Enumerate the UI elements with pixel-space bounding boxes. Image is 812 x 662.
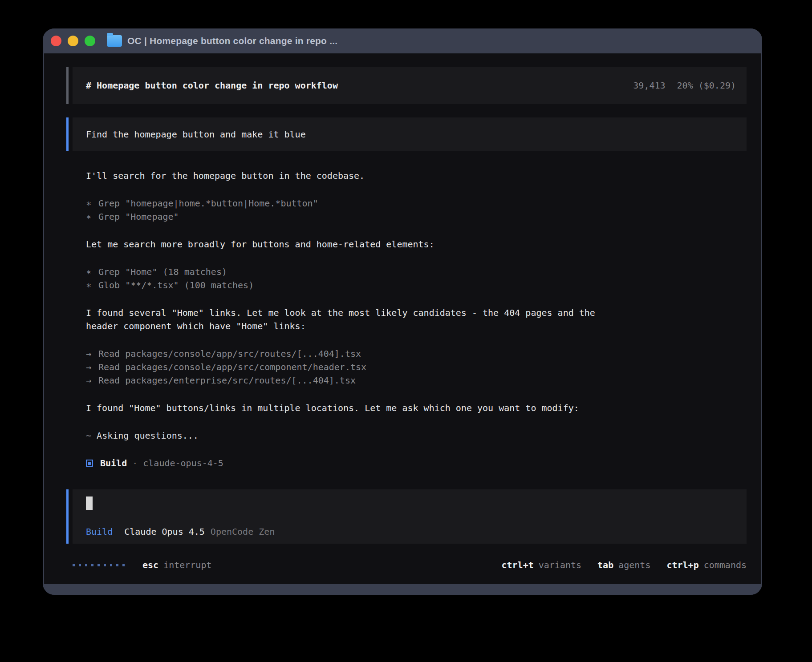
maximize-button[interactable] [85, 36, 95, 46]
text-cursor [86, 496, 93, 510]
input-model-label: Claude Opus 4.5 [124, 526, 205, 537]
spinner-dot [122, 564, 125, 566]
status-bar: esc interrupt ctrl+t variants tab agents… [73, 558, 747, 572]
hint-agents: tab agents [597, 560, 650, 570]
spinner-dot [97, 564, 100, 566]
minimize-button[interactable] [68, 36, 78, 46]
desktop: OC | Homepage button color change in rep… [0, 0, 812, 662]
status-bar-right: ctrl+t variants tab agents ctrl+p comman… [501, 560, 747, 570]
status-text: Asking questions... [97, 430, 199, 441]
user-message: Find the homepage button and make it blu… [73, 117, 747, 151]
tool-bullet-icon: → [86, 347, 98, 360]
status-bar-left: esc interrupt [73, 560, 212, 570]
working-status: ~ Asking questions... [86, 429, 747, 442]
spinner-dot [110, 564, 112, 566]
hint-commands: ctrl+p commands [666, 560, 747, 570]
conversation: I'll search for the homepage button in t… [73, 169, 747, 470]
spinner-dots-icon [73, 564, 125, 566]
tool-bullet-icon: → [86, 374, 98, 387]
agent-separator: · [132, 456, 138, 470]
esc-key-label: interrupt [163, 560, 211, 570]
tool-call-text: Read packages/console/app/src/component/… [98, 362, 366, 372]
agent-model: claude-opus-4-5 [143, 456, 223, 470]
status-prefix: ~ [86, 430, 97, 441]
spinner-dot [104, 564, 106, 566]
tool-bullet-icon: → [86, 360, 98, 374]
terminal-content: # Homepage button color change in repo w… [44, 53, 761, 584]
prompt-input[interactable]: Build Claude Opus 4.5 OpenCode Zen [73, 489, 747, 544]
assistant-text: I'll search for the homepage button in t… [86, 169, 616, 182]
hint-variants: ctrl+t variants [501, 560, 581, 570]
tool-call-group: →Read packages/console/app/src/routes/[.… [86, 347, 747, 387]
tool-bullet-icon: ∗ [86, 265, 98, 279]
assistant-text: Let me search more broadly for buttons a… [86, 238, 616, 251]
spinner-dot [85, 564, 87, 566]
agent-name: Build [100, 456, 127, 470]
input-provider-label: OpenCode Zen [211, 526, 275, 537]
context-usage: 20% ($0.29) [677, 80, 736, 91]
spinner-dot [73, 564, 75, 566]
tool-bullet-icon: ∗ [86, 197, 98, 210]
tool-call: →Read packages/enterprise/src/routes/[..… [86, 374, 747, 387]
window-title: OC | Homepage button color change in rep… [127, 36, 337, 46]
input-agent-label: Build [86, 526, 113, 537]
tool-call-group: ∗Grep "Home" (18 matches)∗Glob "**/*.tsx… [86, 265, 747, 292]
tool-call-text: Grep "Homepage" [98, 211, 179, 222]
tool-call: →Read packages/console/app/src/component… [86, 360, 747, 374]
tool-bullet-icon: ∗ [86, 210, 98, 223]
user-message-text: Find the homepage button and make it blu… [86, 129, 306, 140]
terminal-window: OC | Homepage button color change in rep… [43, 28, 762, 595]
tool-call-text: Grep "Home" (18 matches) [98, 266, 227, 277]
session-title: # Homepage button color change in repo w… [86, 80, 338, 91]
title-group: OC | Homepage button color change in rep… [107, 35, 337, 47]
folder-icon [107, 35, 122, 47]
close-button[interactable] [51, 36, 61, 46]
window-bottom-strip [43, 584, 762, 595]
session-header: # Homepage button color change in repo w… [73, 67, 747, 104]
tool-call: ∗Grep "Homepage" [86, 210, 747, 223]
agent-build-icon [86, 460, 93, 467]
tool-call: →Read packages/console/app/src/routes/[.… [86, 347, 747, 360]
agent-status: Build·claude-opus-4-5 [86, 456, 747, 470]
tool-call-group: ∗Grep "homepage|home.*button|Home.*butto… [86, 197, 747, 223]
spinner-dot [91, 564, 93, 566]
tool-call: ∗Grep "Home" (18 matches) [86, 265, 747, 279]
input-meta: Build Claude Opus 4.5 OpenCode Zen [86, 526, 733, 537]
tool-call-text: Read packages/console/app/src/routes/[..… [98, 348, 361, 359]
tool-bullet-icon: ∗ [86, 279, 98, 292]
tool-call-text: Read packages/enterprise/src/routes/[...… [98, 375, 356, 386]
tool-call-text: Glob "**/*.tsx" (100 matches) [98, 280, 254, 291]
tool-call-text: Grep "homepage|home.*button|Home.*button… [98, 198, 318, 209]
spinner-dot [79, 564, 81, 566]
window-titlebar[interactable]: OC | Homepage button color change in rep… [43, 28, 762, 53]
tool-call: ∗Glob "**/*.tsx" (100 matches) [86, 279, 747, 292]
session-stats: 39,413 20% ($0.29) [633, 80, 736, 91]
spinner-dot [116, 564, 118, 566]
traffic-lights [51, 36, 95, 46]
esc-key-hint: esc [142, 560, 158, 570]
tool-call: ∗Grep "homepage|home.*button|Home.*butto… [86, 197, 747, 210]
assistant-text: I found "Home" buttons/links in multiple… [86, 401, 616, 415]
assistant-text: I found several "Home" links. Let me loo… [86, 306, 616, 333]
token-count: 39,413 [633, 80, 665, 91]
